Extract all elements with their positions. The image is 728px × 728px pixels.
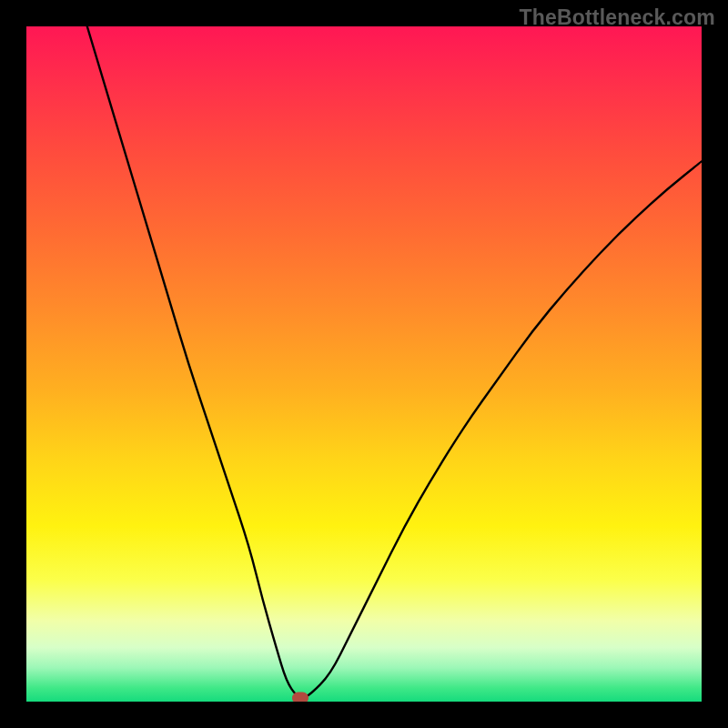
minimum-marker	[292, 692, 308, 702]
plot-area	[26, 26, 702, 702]
bottleneck-curve	[26, 26, 702, 702]
watermark-text: TheBottleneck.com	[519, 5, 715, 30]
chart-frame: TheBottleneck.com	[0, 0, 728, 728]
